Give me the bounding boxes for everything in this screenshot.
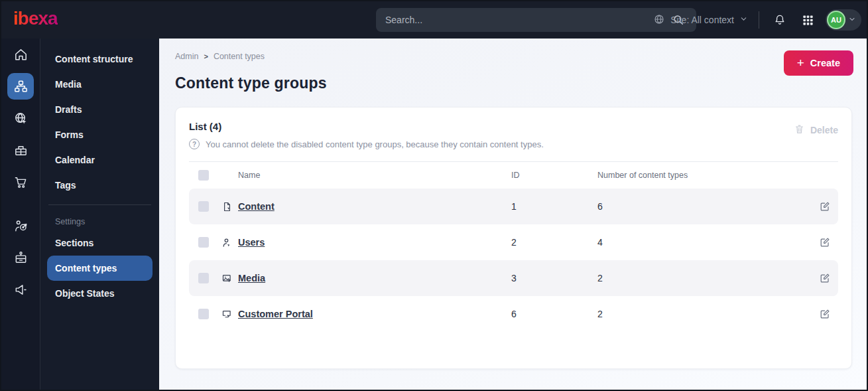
personalization-target-icon[interactable] [7,212,34,239]
breadcrumb-content-types: Content types [214,52,265,61]
row-checkbox[interactable] [198,309,209,319]
search-input[interactable] [385,15,668,25]
edit-icon[interactable] [812,308,838,320]
group-id: 2 [511,237,597,248]
sidebar-item-content-structure[interactable]: Content structure [47,46,153,72]
sidebar-item-sections[interactable]: Sections [47,230,153,256]
helper-text: You cannot delete the disabled content t… [206,139,544,149]
row-checkbox[interactable] [198,237,209,248]
chevron-down-icon [739,15,748,25]
group-id: 1 [511,201,597,212]
home-icon[interactable] [7,41,34,68]
group-count: 4 [597,237,812,248]
edit-icon[interactable] [812,236,838,248]
create-button[interactable]: + Create [784,50,853,76]
column-header-name: Name [238,171,511,180]
sidebar-section-settings: Settings [47,212,153,230]
table-row: Users 2 4 [189,224,838,260]
group-id: 3 [511,273,597,283]
breadcrumb-separator: > [204,52,208,60]
sidebar-item-drafts[interactable]: Drafts [47,97,153,122]
sidebar-item-tags[interactable]: Tags [47,173,153,198]
avatar: AU [827,11,845,29]
campaign-megaphone-icon[interactable] [7,276,34,303]
user-icon [216,237,238,248]
file-icon [216,201,238,212]
sidebar: Content structure Media Drafts Forms Cal… [40,39,159,390]
user-menu[interactable]: AU [826,9,861,31]
topbar-divider [759,11,759,29]
group-link[interactable]: Users [238,237,265,248]
table-row: Customer Portal 6 2 [189,296,838,332]
group-count: 2 [597,309,812,319]
helper-note: ? You cannot delete the disabled content… [189,139,544,149]
sidebar-item-content-types[interactable]: Content types [47,256,153,281]
app-grid-icon[interactable] [798,10,818,30]
global-search[interactable] [376,8,696,32]
column-header-count: Number of content types [597,171,812,180]
group-count: 2 [597,273,812,283]
products-icon[interactable] [7,137,34,163]
table-header-row: Name ID Number of content types [189,162,838,189]
edit-icon[interactable] [812,272,838,284]
page-title: Content type groups [175,74,852,92]
group-id: 6 [511,309,597,319]
group-link[interactable]: Media [238,273,265,283]
list-title: List (4) [189,121,544,132]
breadcrumb-admin[interactable]: Admin [175,52,198,61]
trash-icon [794,123,805,137]
globe-icon [653,13,665,27]
monitor-icon [216,309,238,320]
topbar: ibexa Site: All context [1,1,867,39]
sidebar-item-object-states[interactable]: Object States [47,281,153,306]
topbar-right-cluster: Site: All context AU [653,1,861,39]
app-window: ibexa Site: All context [0,0,868,391]
table-row: Media 3 2 [189,260,838,296]
sidebar-item-forms[interactable]: Forms [47,122,153,147]
sidebar-divider [48,204,151,205]
edit-icon[interactable] [812,200,838,212]
plus-icon: + [797,56,804,69]
site-context-selector[interactable]: Site: All context [653,13,748,27]
delete-button-label: Delete [810,125,838,135]
content-type-groups-table: Name ID Number of content types Content … [189,161,838,332]
sidebar-item-media[interactable]: Media [47,72,153,97]
delete-button[interactable]: Delete [794,123,838,137]
group-count: 6 [597,201,812,212]
bell-icon[interactable] [770,10,790,30]
workflow-case-icon[interactable] [7,244,34,271]
content-type-groups-card: List (4) ? You cannot delete the disable… [175,107,852,369]
site-context-label: Site: All context [670,15,734,25]
select-all-checkbox[interactable] [198,170,209,181]
commerce-cart-icon[interactable] [7,169,34,195]
chevron-down-icon [848,14,856,26]
card-header: List (4) ? You cannot delete the disable… [189,121,838,149]
group-link[interactable]: Customer Portal [238,309,313,319]
breadcrumb: Admin > Content types [175,52,852,61]
icon-rail [1,39,40,390]
ibexa-logo: ibexa [13,8,58,29]
image-icon [216,273,238,284]
site-globe-icon[interactable] [7,105,34,131]
question-icon: ? [189,139,200,149]
sidebar-item-calendar[interactable]: Calendar [47,147,153,173]
table-row: Content 1 6 [189,189,838,224]
row-checkbox[interactable] [198,273,209,283]
column-header-id: ID [511,171,597,180]
content-structure-icon[interactable] [7,73,34,100]
row-checkbox[interactable] [198,201,209,212]
group-link[interactable]: Content [238,201,275,212]
create-button-label: Create [810,58,840,68]
main-content: Admin > Content types + Create Content t… [159,39,867,390]
